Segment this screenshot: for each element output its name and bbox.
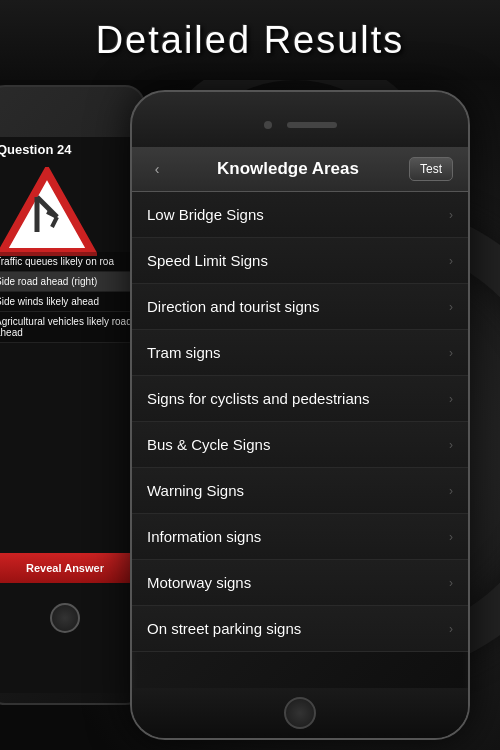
list-item-tram[interactable]: Tram signs › bbox=[132, 330, 468, 376]
chevron-right-icon: › bbox=[441, 530, 453, 544]
reveal-answer-button[interactable]: Reveal Answer bbox=[0, 553, 138, 583]
chevron-right-icon: › bbox=[441, 300, 453, 314]
back-button[interactable]: ‹ bbox=[147, 159, 167, 179]
chevron-right-icon: › bbox=[441, 208, 453, 222]
list-item-cyclists-pedestrians[interactable]: Signs for cyclists and pedestrians › bbox=[132, 376, 468, 422]
chevron-right-icon: › bbox=[441, 392, 453, 406]
answer-option-3[interactable]: Side winds likely ahead bbox=[0, 292, 143, 312]
list-item-direction-tourist[interactable]: Direction and tourist signs › bbox=[132, 284, 468, 330]
answer-option-2[interactable]: Side road ahead (right) bbox=[0, 272, 143, 292]
answer-options-list: Traffic queues likely on roa Side road a… bbox=[0, 252, 143, 343]
home-button-right[interactable] bbox=[284, 697, 316, 729]
phone-bottom-bar bbox=[132, 688, 468, 738]
list-item-bus-cycle[interactable]: Bus & Cycle Signs › bbox=[132, 422, 468, 468]
page-title: Detailed Results bbox=[96, 19, 405, 62]
test-button[interactable]: Test bbox=[409, 157, 453, 181]
chevron-right-icon: › bbox=[441, 438, 453, 452]
answer-option-4[interactable]: Agricultural vehicles likely road ahead bbox=[0, 312, 143, 343]
question-label: Question 24 bbox=[0, 142, 71, 157]
chevron-right-icon: › bbox=[441, 576, 453, 590]
list-item-warning[interactable]: Warning Signs › bbox=[132, 468, 468, 514]
road-sign-image bbox=[0, 162, 107, 262]
knowledge-areas-list[interactable]: Low Bridge Signs › Speed Limit Signs › D… bbox=[132, 192, 468, 728]
list-item-motorway[interactable]: Motorway signs › bbox=[132, 560, 468, 606]
chevron-right-icon: › bbox=[441, 484, 453, 498]
phone-top-bar bbox=[132, 92, 468, 147]
chevron-right-icon: › bbox=[441, 346, 453, 360]
title-banner: Detailed Results bbox=[0, 0, 500, 80]
left-phone: Question 24 Traffic queues likely on roa… bbox=[0, 85, 145, 705]
home-button-left[interactable] bbox=[50, 603, 80, 633]
answer-option-1: Traffic queues likely on roa bbox=[0, 252, 143, 272]
nav-title: Knowledge Areas bbox=[167, 159, 409, 179]
list-item-information[interactable]: Information signs › bbox=[132, 514, 468, 560]
chevron-right-icon: › bbox=[441, 254, 453, 268]
list-item-speed-limit[interactable]: Speed Limit Signs › bbox=[132, 238, 468, 284]
nav-header: ‹ Knowledge Areas Test bbox=[132, 147, 468, 192]
right-phone: ‹ Knowledge Areas Test Low Bridge Signs … bbox=[130, 90, 470, 740]
speaker-bar bbox=[287, 122, 337, 128]
list-item-on-street-parking[interactable]: On street parking signs › bbox=[132, 606, 468, 652]
list-item-low-bridge[interactable]: Low Bridge Signs › bbox=[132, 192, 468, 238]
camera-icon bbox=[264, 121, 272, 129]
chevron-right-icon: › bbox=[441, 622, 453, 636]
